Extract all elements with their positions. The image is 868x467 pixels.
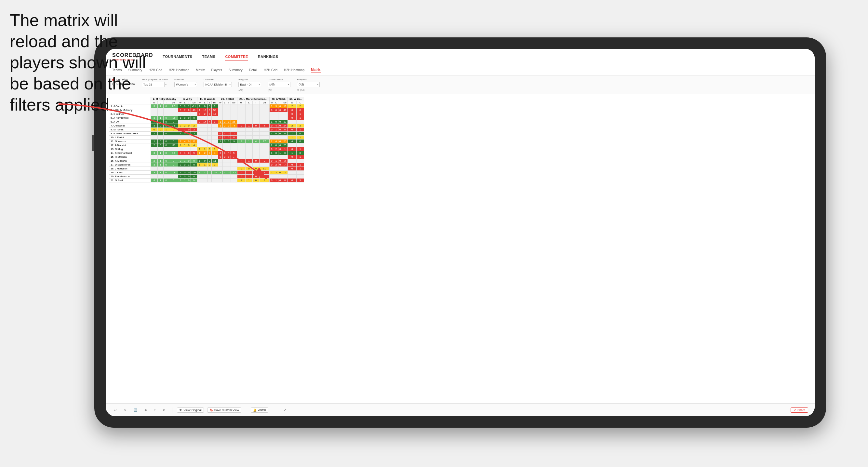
sub-nav-players[interactable]: Players bbox=[211, 67, 222, 73]
sub-nav-h2h-grid2[interactable]: H2H Grid bbox=[264, 67, 277, 73]
fullscreen-button[interactable]: ⤢ bbox=[282, 407, 288, 413]
share-label: Share bbox=[798, 408, 805, 412]
division-select[interactable]: NCAA Division II NCAA Division I bbox=[204, 82, 232, 87]
sub-nav-matrix[interactable]: Matrix bbox=[196, 67, 205, 73]
matrix-cell bbox=[197, 144, 202, 147]
nav-item-teams[interactable]: TEAMS bbox=[202, 53, 215, 61]
matrix-cell bbox=[218, 159, 223, 163]
matrix-cell bbox=[178, 120, 183, 124]
watch-button[interactable]: 🔔 Watch bbox=[251, 407, 268, 413]
matrix-cell bbox=[191, 112, 197, 116]
matrix-cell bbox=[202, 139, 208, 144]
sh-2-t: T bbox=[163, 101, 169, 104]
matrix-cell bbox=[223, 112, 227, 116]
matrix-cell bbox=[223, 108, 227, 112]
top-nav: SCOREBOARD Powered by clippd TOURNAMENTS… bbox=[106, 49, 815, 65]
sub-nav-detail[interactable]: Detail bbox=[249, 67, 257, 73]
matrix-cell: 1 bbox=[218, 139, 223, 144]
matrix-cell: 0 bbox=[158, 124, 163, 128]
table-row: 8. M Torres00100102010001 bbox=[109, 128, 304, 132]
matrix-cell bbox=[282, 155, 287, 159]
nav-item-committee[interactable]: COMMITTEE bbox=[225, 53, 248, 61]
nav-item-rankings[interactable]: RANKINGS bbox=[258, 53, 278, 61]
matrix-cell bbox=[278, 175, 282, 179]
matrix-area[interactable]: 2. M Kelly Mulcahy 6. A Dy 11. G Woods 2… bbox=[106, 94, 815, 403]
matrix-cell: 0 bbox=[278, 108, 282, 112]
matrix-cell: 0 bbox=[208, 159, 211, 163]
matrix-cell bbox=[202, 155, 208, 159]
matrix-cell bbox=[269, 116, 274, 120]
add-button[interactable]: ⊕ bbox=[143, 407, 149, 413]
redo-button[interactable]: ↪ bbox=[122, 407, 128, 413]
matrix-cell: 0 bbox=[269, 163, 274, 167]
sub-nav-summary2[interactable]: Summary bbox=[229, 67, 243, 73]
matrix-cell: 0 bbox=[187, 179, 191, 182]
refresh-button[interactable]: 🔄 bbox=[132, 407, 139, 413]
matrix-cell: 2 bbox=[202, 151, 208, 155]
matrix-cell: 1 bbox=[158, 159, 163, 163]
sub-nav-h2h-grid[interactable]: H2H Grid bbox=[149, 67, 162, 73]
matrix-cell: 1 bbox=[158, 151, 163, 155]
sub-nav: Teams Summary H2H Grid H2H Heatmap Matri… bbox=[106, 65, 815, 75]
matrix-cell: 0 bbox=[178, 108, 183, 112]
matrix-cell: 14 bbox=[202, 120, 208, 124]
matrix-cell: 1 bbox=[158, 116, 163, 120]
matrix-cell: 18 bbox=[169, 124, 178, 128]
gender-select[interactable]: Women's Men's bbox=[174, 82, 197, 87]
share-button[interactable]: ↗ Share bbox=[790, 407, 808, 413]
conference-select-wrapper: (All) bbox=[268, 82, 290, 87]
matrix-cell bbox=[246, 155, 252, 159]
nav-item-tournaments[interactable]: TOURNAMENTS bbox=[163, 53, 192, 61]
matrix-cell: -58 bbox=[169, 144, 178, 147]
matrix-cell: 1 bbox=[158, 179, 163, 182]
matrix-cell bbox=[230, 128, 237, 132]
matrix-cell bbox=[259, 163, 270, 167]
settings-button[interactable]: ⊙ bbox=[161, 407, 167, 413]
matrix-cell: 0 bbox=[187, 175, 191, 179]
layout-button[interactable]: □ bbox=[152, 407, 158, 413]
matrix-cell: 0 bbox=[208, 112, 211, 116]
matrix-cell: 0 bbox=[227, 171, 230, 175]
matrix-cell: 2 bbox=[282, 171, 287, 175]
matrix-cell: 4 bbox=[191, 144, 197, 147]
table-row: 18. J Hodgson0001101 bbox=[109, 167, 304, 171]
save-custom-button[interactable]: 🔖 Save Custom View bbox=[207, 407, 241, 413]
view-original-button[interactable]: 👁 View: Original bbox=[177, 407, 204, 413]
sub-nav-matrix2[interactable]: Matrix bbox=[311, 67, 320, 73]
matrix-cell bbox=[151, 112, 158, 116]
sh-6-w: W bbox=[178, 101, 183, 104]
players-select[interactable]: (All) bbox=[297, 82, 320, 87]
matrix-cell bbox=[223, 147, 227, 151]
undo-button[interactable]: ↩ bbox=[112, 407, 119, 413]
matrix-cell: 1 bbox=[297, 167, 304, 171]
sh-38-w: W bbox=[269, 101, 274, 104]
matrix-cell: 0 bbox=[158, 128, 163, 132]
matrix-cell bbox=[274, 135, 278, 139]
matrix-cell bbox=[187, 135, 191, 139]
matrix-cell bbox=[274, 112, 278, 116]
matrix-cell bbox=[227, 167, 230, 171]
conference-select[interactable]: (All) bbox=[268, 82, 290, 87]
sub-nav-h2h-heatmap2[interactable]: H2H Heatmap bbox=[284, 67, 304, 73]
matrix-cell bbox=[259, 144, 270, 147]
matrix-cell bbox=[278, 167, 282, 171]
matrix-cell: 1 bbox=[183, 144, 187, 147]
region-select[interactable]: East - DII West - DII bbox=[238, 82, 261, 87]
matrix-cell bbox=[274, 116, 278, 120]
matrix-cell: 0 bbox=[278, 163, 282, 167]
matrix-cell: 3 bbox=[151, 124, 158, 128]
matrix-cell: 1 bbox=[223, 151, 227, 155]
matrix-cell bbox=[218, 112, 223, 116]
matrix-cell: 18 bbox=[169, 171, 178, 175]
sub-nav-h2h-heatmap[interactable]: H2H Heatmap bbox=[169, 67, 189, 73]
matrix-cell bbox=[269, 112, 274, 116]
matrix-cell bbox=[218, 104, 223, 108]
matrix-cell: 0 bbox=[227, 135, 230, 139]
matrix-cell: 0 bbox=[163, 151, 169, 155]
tablet-screen: SCOREBOARD Powered by clippd TOURNAMENTS… bbox=[106, 49, 815, 416]
more-options-button[interactable]: ⋯ bbox=[272, 407, 278, 413]
matrix-cell bbox=[151, 108, 158, 112]
matrix-cell: 0 bbox=[187, 124, 191, 128]
matrix-cell: 0 bbox=[151, 128, 158, 132]
matrix-cell: 2 bbox=[288, 104, 297, 108]
